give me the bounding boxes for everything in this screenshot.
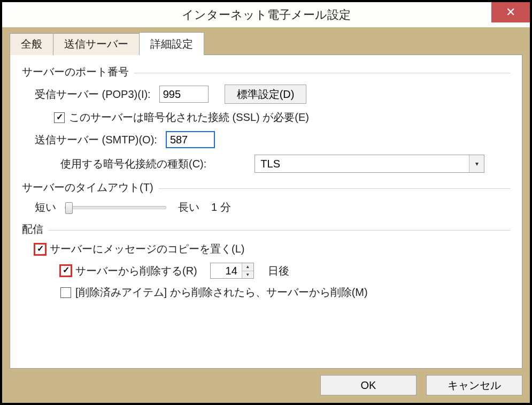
ssl-required-checkbox[interactable] bbox=[54, 112, 65, 123]
spinner-up-icon[interactable]: ▲ bbox=[242, 263, 253, 271]
tab-outgoing-server[interactable]: 送信サーバー bbox=[53, 33, 140, 55]
ssl-required-label: このサーバーは暗号化された接続 (SSL) が必要(E) bbox=[69, 110, 309, 125]
remove-when-deleted-label: [削除済みアイテム] から削除されたら、サーバーから削除(M) bbox=[75, 285, 368, 300]
timeout-short-label: 短い bbox=[35, 200, 56, 215]
tab-advanced[interactable]: 詳細設定 bbox=[139, 32, 204, 55]
remove-when-deleted-checkbox[interactable] bbox=[60, 287, 71, 298]
leave-copy-checkbox[interactable] bbox=[35, 244, 45, 255]
outgoing-server-label: 送信サーバー (SMTP)(O): bbox=[35, 133, 157, 147]
timeout-slider[interactable] bbox=[65, 206, 166, 209]
group-line bbox=[49, 230, 510, 231]
remove-after-days-value[interactable] bbox=[211, 263, 242, 278]
chevron-down-icon: ▾ bbox=[469, 155, 484, 172]
cancel-button[interactable]: キャンセル bbox=[426, 375, 522, 395]
group-timeout-title: サーバーのタイムアウト(T) bbox=[22, 180, 153, 195]
titlebar: インターネット電子メール設定 ✕ bbox=[2, 2, 530, 28]
use-defaults-button[interactable]: 標準設定(D) bbox=[225, 85, 307, 104]
window-title: インターネット電子メール設定 bbox=[182, 7, 351, 23]
close-button[interactable]: ✕ bbox=[491, 2, 530, 22]
group-delivery-title: 配信 bbox=[22, 222, 43, 236]
encryption-type-label: 使用する暗号化接続の種類(C): bbox=[60, 157, 206, 171]
days-suffix-label: 日後 bbox=[268, 264, 289, 278]
tab-general[interactable]: 全般 bbox=[10, 33, 53, 55]
timeout-value-label: 1 分 bbox=[211, 200, 231, 215]
group-line bbox=[134, 73, 510, 73]
close-icon: ✕ bbox=[506, 5, 515, 19]
group-line bbox=[159, 188, 510, 189]
group-server-timeout: サーバーのタイムアウト(T) 短い 長い 1 分 bbox=[22, 180, 510, 215]
leave-copy-label: サーバーにメッセージのコピーを置く(L) bbox=[50, 242, 244, 256]
incoming-server-label: 受信サーバー (POP3)(I): bbox=[35, 87, 151, 102]
ok-button[interactable]: OK bbox=[320, 375, 417, 395]
remove-after-days-spinner[interactable]: ▲ ▼ bbox=[210, 263, 254, 279]
encryption-type-select[interactable]: TLS ▾ bbox=[255, 155, 484, 173]
group-delivery: 配信 サーバーにメッセージのコピーを置く(L) サーバーから削除する(R) ▲ bbox=[22, 222, 510, 300]
timeout-long-label: 長い bbox=[178, 200, 199, 215]
dialog-window: インターネット電子メール設定 ✕ 全般 送信サーバー 詳細設定 サーバーのポート… bbox=[0, 0, 532, 405]
remove-after-label: サーバーから削除する(R) bbox=[75, 264, 197, 278]
spinner-down-icon[interactable]: ▼ bbox=[242, 271, 253, 279]
tabstrip: 全般 送信サーバー 詳細設定 bbox=[10, 33, 522, 55]
group-server-ports: サーバーのポート番号 受信サーバー (POP3)(I): 標準設定(D) このサ… bbox=[22, 65, 510, 173]
slider-thumb[interactable] bbox=[65, 202, 73, 214]
outgoing-port-input[interactable] bbox=[166, 131, 215, 148]
incoming-port-input[interactable] bbox=[159, 86, 209, 103]
group-ports-title: サーバーのポート番号 bbox=[22, 65, 129, 79]
remove-after-checkbox[interactable] bbox=[60, 265, 71, 276]
client-area: 全般 送信サーバー 詳細設定 サーバーのポート番号 受信サーバー (POP3)(… bbox=[2, 28, 530, 403]
tab-advanced-panel: サーバーのポート番号 受信サーバー (POP3)(I): 標準設定(D) このサ… bbox=[10, 55, 522, 369]
encryption-selected-value: TLS bbox=[255, 158, 469, 170]
dialog-buttons: OK キャンセル bbox=[10, 375, 522, 395]
